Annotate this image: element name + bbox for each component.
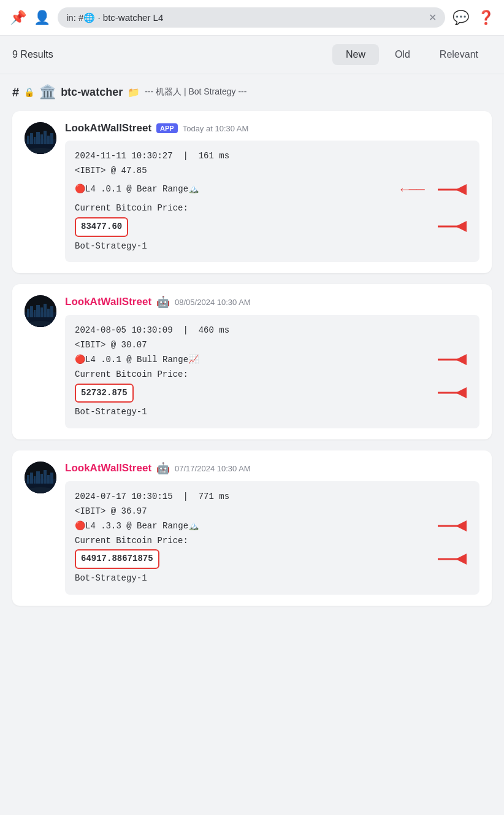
message-card-2: LookAtWallStreet 🤖 08/05/2024 10:30 AM 2…: [12, 284, 492, 439]
msg3-line-4-text: Current Bitcoin Price:: [75, 534, 188, 549]
message-body-2: LookAtWallStreet 🤖 08/05/2024 10:30 AM 2…: [65, 295, 479, 428]
bot-badge-3: 🤖: [156, 462, 170, 475]
msg3-footer-text: Bot-Strategy-1: [75, 571, 147, 586]
tab-relevant[interactable]: Relevant: [426, 44, 492, 65]
svg-rect-23: [50, 306, 53, 317]
msg2-line-2-text: <IBIT> @ 30.07: [75, 338, 147, 353]
msg-line-4-text: Current Bitcoin Price:: [75, 201, 188, 216]
msg-line-2: <IBIT> @ 47.85: [75, 164, 470, 179]
timestamp-3: 07/17/2024 10:30 AM: [175, 464, 251, 473]
filter-bar: 9 Results New Old Relevant: [0, 36, 504, 74]
msg3-footer: Bot-Strategy-1: [75, 571, 470, 586]
help-icon[interactable]: ❓: [478, 10, 494, 26]
timestamp-2: 08/05/2024 10:30 AM: [175, 298, 251, 307]
msg-line-2-text: <IBIT> @ 47.85: [75, 164, 147, 179]
channel-header: # 🔒 🏛️ btc-watcher 📁 --- 机器人 | Bot Strat…: [0, 74, 504, 106]
svg-rect-7: [44, 131, 47, 144]
msg2-line-4-text: Current Bitcoin Price:: [75, 368, 188, 382]
svg-rect-8: [47, 136, 50, 144]
channel-emoji: 🏛️: [39, 84, 56, 100]
message-card-3: LookAtWallStreet 🤖 07/17/2024 10:30 AM 2…: [12, 450, 492, 606]
channel-name[interactable]: btc-watcher: [61, 86, 123, 99]
message-header-3: LookAtWallStreet 🤖 07/17/2024 10:30 AM: [65, 462, 479, 475]
user-icon[interactable]: 👤: [34, 10, 50, 26]
top-bar-right: 💬 ❓: [452, 10, 494, 26]
msg-line-3: 🔴L4 .0.1 @ Bear Range🏔️ ←——: [75, 179, 470, 201]
app-badge: APP: [156, 123, 178, 133]
msg-line-5: 83477.60: [75, 217, 470, 237]
svg-rect-21: [44, 304, 47, 317]
svg-rect-19: [36, 305, 40, 317]
msg2-footer-text: Bot-Strategy-1: [75, 405, 147, 420]
msg3-line-3: 🔴L4 .3.3 @ Bear Range🏔️: [75, 519, 470, 534]
avatar: [25, 122, 56, 154]
messages-container: LookAtWallStreet APP Today at 10:30 AM 2…: [0, 106, 504, 618]
msg-line-footer-1: Bot-Strategy-1: [75, 239, 470, 254]
right-arrow-1: ←——: [400, 179, 470, 201]
svg-rect-30: [27, 475, 29, 484]
msg3-line-5: 64917.88671875: [75, 549, 470, 569]
username-1: LookAtWallStreet: [65, 122, 151, 134]
svg-rect-4: [34, 137, 36, 144]
close-icon[interactable]: ✕: [429, 12, 437, 23]
price-box-1: 83477.60: [75, 217, 128, 237]
message-header-2: LookAtWallStreet 🤖 08/05/2024 10:30 AM: [65, 295, 479, 309]
username-2: LookAtWallStreet: [65, 296, 151, 308]
timestamp-1: Today at 10:30 AM: [183, 124, 249, 133]
message-content-2: 2024-08-05 10:30:09 | 460 ms <IBIT> @ 30…: [65, 315, 479, 428]
search-query-text: in: #🌐 · btc-watcher L4: [66, 12, 425, 23]
svg-rect-34: [40, 474, 43, 484]
footer-1-text: Bot-Strategy-1: [75, 239, 147, 254]
right-arrow-3: [433, 519, 470, 534]
folder-icon: 📁: [128, 87, 140, 98]
svg-rect-36: [47, 475, 50, 484]
channel-hash-symbol: #: [12, 85, 19, 99]
svg-point-25: [28, 321, 53, 326]
svg-point-39: [28, 487, 53, 492]
message-card: LookAtWallStreet APP Today at 10:30 AM 2…: [12, 111, 492, 273]
svg-rect-22: [47, 309, 50, 317]
svg-rect-3: [30, 133, 33, 144]
tab-old[interactable]: Old: [381, 44, 424, 65]
svg-rect-6: [40, 134, 43, 144]
message-body: LookAtWallStreet APP Today at 10:30 AM 2…: [65, 122, 479, 262]
svg-rect-33: [36, 471, 40, 484]
svg-rect-2: [27, 136, 29, 144]
svg-rect-32: [34, 476, 36, 484]
msg3-line-2-text: <IBIT> @ 36.97: [75, 504, 147, 519]
msg2-line-2: <IBIT> @ 30.07: [75, 338, 470, 353]
msg3-line-1: 2024-07-17 10:30:15 | 771 ms: [75, 490, 470, 504]
price-arrow-2: [433, 386, 470, 401]
msg3-line-3-text: 🔴L4 .3.3 @ Bear Range🏔️: [75, 519, 199, 534]
message-content-1: 2024-11-11 10:30:27 | 161 ms <IBIT> @ 47…: [65, 141, 479, 262]
message-content-3: 2024-07-17 10:30:15 | 771 ms <IBIT> @ 36…: [65, 481, 479, 595]
message-header-1: LookAtWallStreet APP Today at 10:30 AM: [65, 122, 479, 134]
msg-line-1-text: 2024-11-11 10:30:27 | 161 ms: [75, 149, 229, 164]
msg2-line-1-text: 2024-08-05 10:30:09 | 460 ms: [75, 323, 229, 338]
price-box-3: 64917.88671875: [75, 549, 159, 569]
username-3: LookAtWallStreet: [65, 462, 151, 474]
pin-icon[interactable]: 📌: [10, 10, 26, 26]
svg-rect-16: [27, 309, 29, 317]
svg-rect-37: [50, 473, 53, 484]
msg2-line-1: 2024-08-05 10:30:09 | 460 ms: [75, 323, 470, 338]
top-bar: 📌 👤 in: #🌐 · btc-watcher L4 ✕ 💬 ❓: [0, 0, 504, 36]
msg2-footer: Bot-Strategy-1: [75, 405, 470, 420]
right-arrow-2: [433, 353, 470, 368]
msg-line-4: Current Bitcoin Price:: [75, 201, 470, 216]
svg-rect-9: [50, 133, 53, 144]
search-pill[interactable]: in: #🌐 · btc-watcher L4 ✕: [58, 7, 445, 28]
tab-new[interactable]: New: [332, 44, 379, 65]
channel-lock-icon: 🔒: [24, 87, 34, 97]
msg2-line-5: 52732.875: [75, 384, 470, 403]
results-count: 9 Results: [12, 49, 332, 60]
svg-point-11: [28, 148, 53, 153]
avatar-2: [25, 295, 56, 327]
price-arrow-1: [433, 220, 470, 234]
price-box-2: 52732.875: [75, 384, 134, 403]
svg-rect-5: [36, 132, 40, 144]
svg-rect-35: [44, 470, 47, 484]
msg3-line-1-text: 2024-07-17 10:30:15 | 771 ms: [75, 490, 229, 504]
chat-icon[interactable]: 💬: [452, 10, 469, 26]
channel-description: --- 机器人 | Bot Strategy ---: [145, 87, 246, 98]
